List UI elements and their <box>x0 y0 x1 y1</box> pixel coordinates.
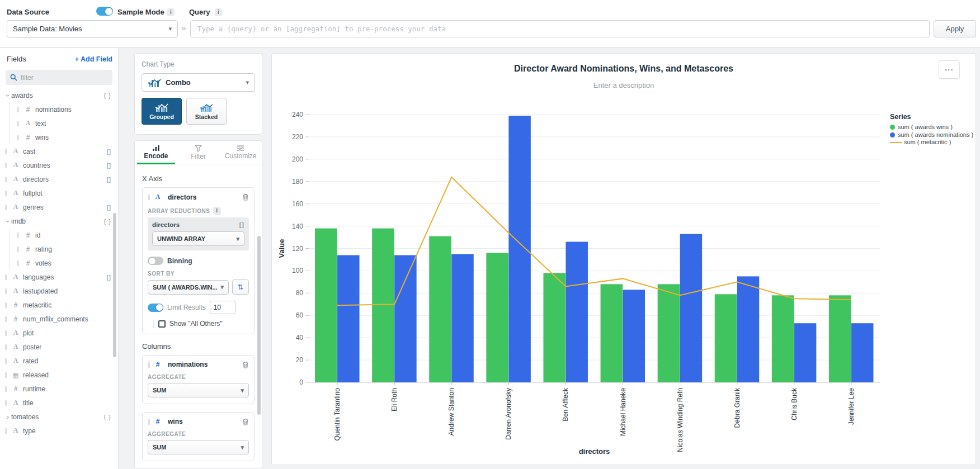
drag-handle-icon: ∥ <box>4 330 9 336</box>
field-row-released[interactable]: ∥▦released <box>0 368 118 382</box>
field-row-rating[interactable]: ∥#rating <box>0 242 118 256</box>
aggregate-select[interactable]: SUM ▾ <box>148 440 249 454</box>
field-row-rated[interactable]: ∥Arated <box>0 354 118 368</box>
aggregate-select[interactable]: SUM ▾ <box>148 383 249 397</box>
svg-text:80: 80 <box>296 289 304 297</box>
sample-mode-toggle[interactable] <box>96 7 113 16</box>
encode-scrollbar[interactable] <box>257 236 261 415</box>
string-field-icon: A <box>11 287 20 295</box>
tab-filter[interactable]: Filter <box>177 141 220 164</box>
stacked-variant-button[interactable]: Stacked <box>186 98 227 125</box>
field-name: plot <box>23 329 34 337</box>
info-icon[interactable]: i <box>167 8 175 16</box>
field-filter-box <box>6 70 112 85</box>
drag-handle-icon: ∥ <box>4 162 9 168</box>
drag-handle-icon: ∥ <box>17 134 21 140</box>
field-row-text[interactable]: ∥Atext <box>0 116 118 130</box>
drag-handle-icon[interactable]: ∥ <box>148 194 150 200</box>
unwind-array-select[interactable]: UNWIND ARRAY ▾ <box>152 231 244 246</box>
svg-text:0: 0 <box>299 378 303 386</box>
field-row-plot[interactable]: ∥Aplot <box>0 326 118 340</box>
info-icon[interactable]: i <box>215 8 222 16</box>
drag-handle-icon: ∥ <box>4 428 9 434</box>
tab-customize[interactable]: Customize <box>219 141 262 164</box>
column-field-card: ∥ # wins AGGREGATE SUM ▾ <box>142 412 255 461</box>
x-axis-section-label: X Axis <box>142 174 255 183</box>
field-row-directors[interactable]: ∥Adirectors[] <box>0 172 118 186</box>
field-row-lastupdated[interactable]: ∥Alastupdated <box>0 284 118 298</box>
trash-icon[interactable] <box>242 418 249 425</box>
field-name: text <box>35 120 46 127</box>
field-row-awards[interactable]: ›awards{ } <box>0 88 118 102</box>
field-filter-input[interactable] <box>21 74 99 82</box>
fields-scrollbar[interactable] <box>113 213 116 357</box>
svg-text:240: 240 <box>292 111 303 119</box>
array-badge: [] <box>107 176 111 183</box>
info-icon[interactable]: i <box>213 207 220 215</box>
field-row-wins[interactable]: ∥#wins <box>0 130 118 144</box>
chevron-expanded-icon[interactable]: › <box>4 92 12 99</box>
column-field-name: nominations <box>168 361 208 368</box>
object-badge: { } <box>104 92 111 99</box>
x-axis-labels: Quentin TarantinoEli RothAndrew StantonD… <box>333 382 855 452</box>
field-row-num_mflix_comments[interactable]: ∥#num_mflix_comments <box>0 312 118 326</box>
chart-type-select[interactable]: Combo ▾ <box>142 73 255 92</box>
field-row-votes[interactable]: ∥#votes <box>0 256 118 270</box>
trash-icon[interactable] <box>242 193 249 201</box>
drag-handle-icon: ∥ <box>4 316 9 322</box>
field-row-runtime[interactable]: ∥#runtime <box>0 382 118 396</box>
field-name: languages <box>23 273 54 281</box>
field-row-fullplot[interactable]: ∥Afullplot <box>0 186 118 200</box>
data-source-select[interactable]: Sample Data: Movies ▾ <box>7 20 178 37</box>
grouped-variant-button[interactable]: Grouped <box>142 98 182 125</box>
tab-encode[interactable]: Encode <box>135 141 177 164</box>
limit-results-toggle[interactable] <box>148 304 163 312</box>
field-row-title[interactable]: ∥Atitle <box>0 396 118 410</box>
grouped-combo-icon <box>154 102 169 112</box>
chart-type-label: Chart Type <box>142 60 255 68</box>
trash-icon[interactable] <box>242 361 249 368</box>
field-row-id[interactable]: ∥#id <box>0 228 118 242</box>
drag-handle-icon[interactable]: ∥ <box>148 419 150 425</box>
field-row-poster[interactable]: ∥Aposter <box>0 340 118 354</box>
field-name: type <box>23 427 36 435</box>
show-all-others-checkbox[interactable] <box>158 320 166 328</box>
query-input[interactable] <box>190 20 930 37</box>
field-row-type[interactable]: ∥Atype <box>0 424 118 438</box>
field-row-genres[interactable]: ∥Agenres[] <box>0 200 118 214</box>
svg-text:Darren Aronofsky: Darren Aronofsky <box>505 388 512 440</box>
drag-handle-icon: ∥ <box>17 106 21 112</box>
filter-funnel-icon <box>195 145 202 151</box>
drag-handle-icon: ∥ <box>4 274 9 280</box>
query-label: Query <box>189 8 210 16</box>
field-row-nominations[interactable]: ∥#nominations <box>0 102 118 116</box>
chevron-collapsed-icon[interactable]: › <box>4 413 11 421</box>
aggregate-value: SUM <box>153 387 166 394</box>
field-row-languages[interactable]: ∥Alanguages[] <box>0 270 118 284</box>
add-field-button[interactable]: + Add Field <box>75 55 112 63</box>
sort-by-select[interactable]: SUM ( AWARDS.WIN... ▾ <box>148 280 229 295</box>
legend-title: Series <box>890 113 979 121</box>
limit-results-input[interactable] <box>210 301 235 314</box>
legend-dot-swatch <box>890 125 895 130</box>
string-field-icon: A <box>11 189 20 197</box>
field-row-countries[interactable]: ∥Acountries[] <box>0 158 118 172</box>
field-row-metacritic[interactable]: ∥#metacritic <box>0 298 118 312</box>
sort-direction-button[interactable]: ⇅ <box>232 279 249 295</box>
string-field-icon: A <box>11 203 20 211</box>
number-field-icon: # <box>23 245 32 253</box>
binning-toggle[interactable] <box>148 257 163 265</box>
field-name: nominations <box>35 106 72 113</box>
chevron-expanded-icon[interactable]: › <box>4 218 12 225</box>
field-row-cast[interactable]: ∥Acast[] <box>0 144 118 158</box>
chevron-down-icon: ▾ <box>220 283 224 291</box>
drag-handle-icon[interactable]: ∥ <box>148 362 150 368</box>
drag-handle-icon: ∥ <box>4 288 9 294</box>
string-field-icon: A <box>23 119 32 127</box>
drag-handle-icon: ∥ <box>4 344 9 350</box>
array-badge: [] <box>107 148 111 155</box>
drag-handle-icon: ∥ <box>4 400 9 406</box>
field-row-tomatoes[interactable]: ›tomatoes{ } <box>0 410 118 424</box>
apply-button[interactable]: Apply <box>934 20 976 37</box>
field-row-imdb[interactable]: ›imdb{ } <box>0 214 118 228</box>
